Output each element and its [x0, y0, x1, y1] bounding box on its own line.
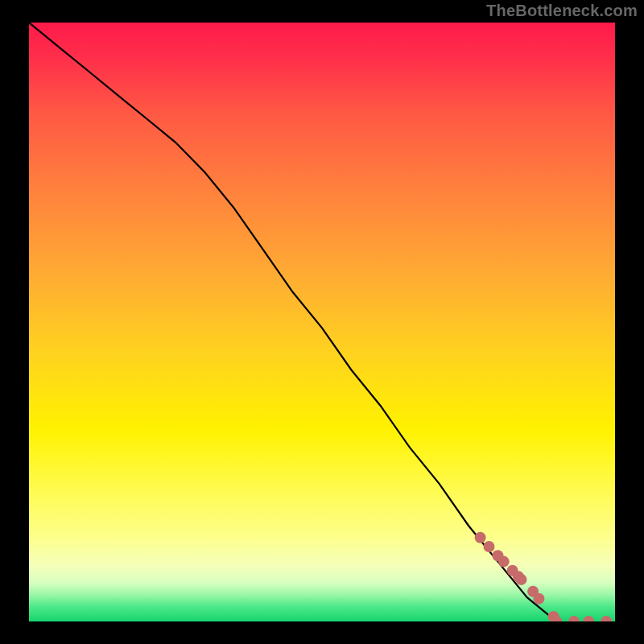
watermark-text: TheBottleneck.com — [486, 2, 638, 20]
chart-svg — [29, 23, 615, 621]
marker-point — [475, 532, 486, 543]
chart-frame: TheBottleneck.com — [0, 0, 644, 644]
marker-point — [533, 593, 544, 605]
heatmap-background — [29, 23, 615, 621]
marker-point — [498, 556, 510, 568]
marker-point — [516, 574, 527, 585]
chart-plot-area — [29, 23, 615, 621]
marker-point — [484, 541, 495, 552]
